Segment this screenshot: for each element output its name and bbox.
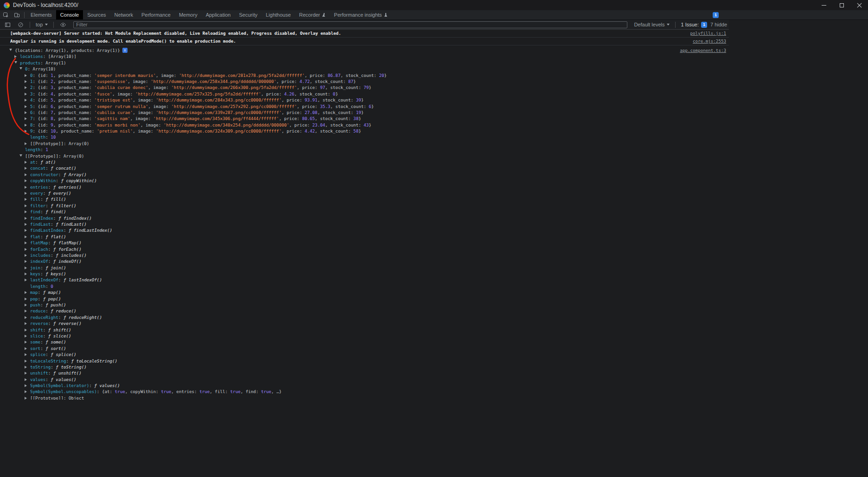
- disclosure-triangle-icon[interactable]: [25, 382, 29, 388]
- tree-row[interactable]: 7: {id: 8, product_name: 'sagittis nam',…: [0, 115, 729, 121]
- hidden-messages-count[interactable]: 7 hidden: [710, 22, 727, 27]
- maximize-button[interactable]: [833, 0, 850, 10]
- tab-recorder[interactable]: Recorder: [295, 10, 330, 19]
- tree-row[interactable]: join: ƒ join(): [0, 265, 729, 271]
- tree-row[interactable]: 9: {id: 10, product_name: 'pretium nisl'…: [0, 128, 729, 134]
- tree-row[interactable]: {locations: Array(1), products: Array(1)…: [0, 47, 729, 53]
- disclosure-triangle-icon[interactable]: [25, 172, 29, 178]
- tree-row[interactable]: 8: {id: 9, product_name: 'mauris morbi n…: [0, 122, 729, 128]
- tree-row[interactable]: splice: ƒ splice(): [0, 351, 729, 357]
- context-selector-dropdown[interactable]: top: [34, 22, 50, 27]
- tree-row[interactable]: locations: [Array(10)]: [0, 53, 729, 59]
- tree-row[interactable]: findLast: ƒ findLast(): [0, 221, 729, 227]
- tree-row[interactable]: every: ƒ every(): [0, 190, 729, 196]
- source-link[interactable]: app.component.ts:3: [680, 47, 726, 53]
- disclosure-triangle-icon[interactable]: [25, 122, 29, 128]
- minimize-button[interactable]: [815, 0, 833, 10]
- disclosure-triangle-icon[interactable]: [25, 364, 29, 370]
- disclosure-triangle-icon[interactable]: [25, 234, 29, 240]
- filter-input[interactable]: [73, 21, 627, 28]
- disclosure-triangle-icon[interactable]: [25, 258, 29, 264]
- tab-performance-insights[interactable]: Performance insights: [330, 10, 391, 19]
- disclosure-triangle-icon[interactable]: [25, 84, 29, 90]
- tree-row[interactable]: 6: {id: 7, product_name: 'cubilia curae'…: [0, 109, 729, 115]
- tree-row[interactable]: unshift: ƒ unshift(): [0, 370, 729, 376]
- tree-row[interactable]: findIndex: ƒ findIndex(): [0, 215, 729, 221]
- disclosure-triangle-icon[interactable]: [25, 159, 29, 165]
- close-button[interactable]: [850, 0, 868, 10]
- info-icon[interactable]: i: [122, 48, 128, 53]
- tab-security[interactable]: Security: [235, 10, 262, 19]
- disclosure-triangle-icon[interactable]: [25, 115, 29, 121]
- disclosure-triangle-icon[interactable]: [25, 395, 29, 400]
- disclosure-triangle-icon[interactable]: [25, 320, 29, 326]
- tab-elements[interactable]: Elements: [26, 10, 56, 19]
- tree-row[interactable]: products: Array(1): [0, 60, 729, 66]
- disclosure-triangle-icon[interactable]: [25, 308, 29, 314]
- disclosure-triangle-icon[interactable]: [25, 345, 29, 351]
- disclosure-triangle-icon[interactable]: [25, 97, 29, 103]
- disclosure-triangle-icon[interactable]: [25, 302, 29, 308]
- log-levels-dropdown[interactable]: Default levels: [632, 22, 671, 27]
- tab-sources[interactable]: Sources: [83, 10, 110, 19]
- tree-row[interactable]: 2: {id: 3, product_name: 'cubilia curae …: [0, 84, 729, 90]
- source-link[interactable]: polyfills.js:1: [690, 31, 726, 36]
- tree-row[interactable]: pop: ƒ pop(): [0, 296, 729, 302]
- tree-row[interactable]: includes: ƒ includes(): [0, 252, 729, 258]
- tree-row[interactable]: toLocaleString: ƒ toLocaleString(): [0, 358, 729, 364]
- tree-row[interactable]: keys: ƒ keys(): [0, 271, 729, 277]
- tree-row[interactable]: entries: ƒ entries(): [0, 184, 729, 190]
- disclosure-triangle-icon[interactable]: [25, 178, 29, 184]
- disclosure-triangle-icon[interactable]: [25, 271, 29, 277]
- tree-row[interactable]: 0: {id: 1, product_name: 'semper interdu…: [0, 72, 729, 78]
- disclosure-triangle-icon[interactable]: [25, 109, 29, 115]
- tree-row[interactable]: Symbol(Symbol.iterator): ƒ values(): [0, 382, 729, 388]
- disclosure-triangle-icon[interactable]: [25, 72, 29, 78]
- disclosure-triangle-icon[interactable]: [25, 358, 29, 364]
- disclosure-triangle-icon[interactable]: [25, 314, 29, 320]
- tree-row[interactable]: flatMap: ƒ flatMap(): [0, 240, 729, 246]
- disclosure-triangle-icon[interactable]: [25, 339, 29, 345]
- disclosure-triangle-icon[interactable]: [25, 240, 29, 246]
- disclosure-triangle-icon[interactable]: [25, 140, 29, 146]
- disclosure-triangle-icon[interactable]: [25, 165, 29, 171]
- disclosure-triangle-icon[interactable]: [25, 215, 29, 221]
- disclosure-triangle-icon[interactable]: [25, 376, 29, 382]
- tree-row[interactable]: copyWithin: ƒ copyWithin(): [0, 178, 729, 184]
- tree-row[interactable]: 5: {id: 6, product_name: 'semper rutrum …: [0, 103, 729, 109]
- tree-row[interactable]: [[Prototype]]: Array(0): [0, 153, 729, 159]
- inspect-icon[interactable]: [0, 10, 11, 19]
- tree-row[interactable]: forEach: ƒ forEach(): [0, 246, 729, 252]
- disclosure-triangle-icon[interactable]: [25, 252, 29, 258]
- disclosure-triangle-icon[interactable]: [25, 296, 29, 302]
- issues-count-badge[interactable]: 1: [713, 12, 719, 18]
- tree-row[interactable]: fill: ƒ fill(): [0, 196, 729, 202]
- tree-row[interactable]: 4: {id: 5, product_name: 'tristique est'…: [0, 97, 729, 103]
- disclosure-triangle-icon[interactable]: [25, 388, 29, 394]
- disclosure-triangle-icon[interactable]: [25, 196, 29, 202]
- tree-row[interactable]: values: ƒ values(): [0, 376, 729, 382]
- disclosure-triangle-icon[interactable]: [9, 47, 14, 53]
- disclosure-triangle-icon[interactable]: [25, 190, 29, 196]
- live-expression-eye-icon[interactable]: [57, 22, 69, 28]
- tree-row[interactable]: indexOf: ƒ indexOf(): [0, 258, 729, 264]
- disclosure-triangle-icon[interactable]: [14, 53, 19, 59]
- disclosure-triangle-icon[interactable]: [25, 91, 29, 97]
- disclosure-triangle-icon[interactable]: [19, 153, 24, 159]
- disclosure-triangle-icon[interactable]: [25, 128, 29, 134]
- disclosure-triangle-icon[interactable]: [19, 66, 24, 72]
- disclosure-triangle-icon[interactable]: [25, 289, 29, 295]
- tree-row[interactable]: map: ƒ map(): [0, 289, 729, 295]
- tab-performance[interactable]: Performance: [137, 10, 175, 19]
- disclosure-triangle-icon[interactable]: [25, 227, 29, 233]
- disclosure-triangle-icon[interactable]: [25, 265, 29, 271]
- tree-row[interactable]: findLastIndex: ƒ findLastIndex(): [0, 227, 729, 233]
- tab-lighthouse[interactable]: Lighthouse: [262, 10, 295, 19]
- disclosure-triangle-icon[interactable]: [25, 78, 29, 84]
- tab-memory[interactable]: Memory: [175, 10, 202, 19]
- tree-row[interactable]: shift: ƒ shift(): [0, 327, 729, 333]
- disclosure-triangle-icon[interactable]: [25, 209, 29, 215]
- console-sidebar-toggle-icon[interactable]: [2, 22, 13, 28]
- tree-row[interactable]: toString: ƒ toString(): [0, 364, 729, 370]
- tree-row[interactable]: filter: ƒ filter(): [0, 203, 729, 209]
